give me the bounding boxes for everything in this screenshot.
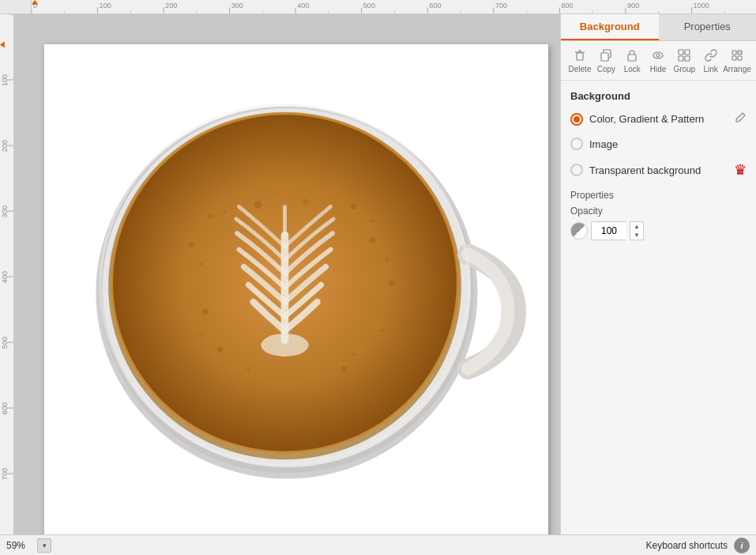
svg-point-59 <box>208 213 213 219</box>
svg-point-62 <box>303 199 308 205</box>
svg-point-73 <box>217 347 223 353</box>
radio-transparent[interactable] <box>570 164 583 176</box>
ruler-top: 0 100 200 300 400 500 600 700 800 900 <box>0 0 756 14</box>
arrange-icon <box>729 47 745 63</box>
svg-point-69 <box>389 280 394 285</box>
svg-text:600: 600 <box>2 402 9 414</box>
svg-point-77 <box>261 334 308 357</box>
svg-text:300: 300 <box>231 2 243 10</box>
right-panel: Background Properties Delete <box>560 14 756 534</box>
svg-point-74 <box>352 353 355 357</box>
svg-point-67 <box>370 237 375 243</box>
opacity-down-button[interactable]: ▼ <box>630 231 643 240</box>
svg-rect-90 <box>685 56 690 61</box>
opacity-up-button[interactable]: ▲ <box>630 222 643 231</box>
canvas-area[interactable] <box>14 14 560 534</box>
svg-rect-84 <box>628 55 636 61</box>
tab-properties[interactable]: Properties <box>659 14 757 40</box>
opacity-icon <box>570 222 588 240</box>
svg-rect-87 <box>679 50 683 55</box>
canvas-page <box>44 44 548 534</box>
toolbar-group-label: Group <box>673 65 695 74</box>
svg-text:100: 100 <box>100 2 111 10</box>
ruler-horizontal: 0 100 200 300 400 500 600 700 800 900 <box>32 0 756 13</box>
svg-point-85 <box>653 52 663 59</box>
main-row: 100 200 300 400 500 600 700 <box>0 14 756 534</box>
svg-point-75 <box>341 366 347 372</box>
opacity-stepper[interactable]: ▲ ▼ <box>630 221 644 240</box>
svg-rect-79 <box>577 53 583 60</box>
svg-text:1000: 1000 <box>694 2 709 10</box>
keyboard-shortcuts-button[interactable]: Keyboard shortcuts <box>643 538 731 553</box>
group-icon <box>676 47 692 63</box>
zoom-value: 59% <box>6 540 34 551</box>
svg-point-66 <box>199 262 203 266</box>
bottom-bar: 59% ▾ Keyboard shortcuts i <box>0 534 756 555</box>
link-icon <box>703 47 719 63</box>
svg-point-86 <box>656 54 660 57</box>
copy-icon <box>598 47 614 63</box>
svg-text:800: 800 <box>561 2 573 10</box>
option-color-gradient[interactable]: Color, Gradient & Pattern <box>570 111 747 126</box>
ruler-vertical: 100 200 300 400 500 600 700 <box>0 14 14 534</box>
svg-rect-88 <box>685 50 690 55</box>
delete-icon <box>572 47 588 63</box>
edit-color-icon[interactable] <box>734 111 747 126</box>
svg-point-72 <box>199 334 203 338</box>
svg-rect-91 <box>732 51 736 55</box>
option-transparent-label: Transparent background <box>589 164 701 176</box>
radio-color-gradient[interactable] <box>570 113 583 126</box>
toolbar-lock[interactable]: Lock <box>620 46 645 75</box>
tab-background[interactable]: Background <box>561 14 659 40</box>
svg-point-60 <box>223 210 227 213</box>
panel-tabs: Background Properties <box>561 14 756 41</box>
svg-text:200: 200 <box>165 2 177 10</box>
svg-rect-94 <box>738 56 742 60</box>
option-image-label: Image <box>589 138 618 150</box>
toolbar-hide[interactable]: Hide <box>646 46 671 75</box>
properties-label: Properties <box>570 190 747 201</box>
zoom-dropdown[interactable]: ▾ <box>37 538 51 553</box>
opacity-input[interactable] <box>591 221 626 240</box>
opacity-row: ▲ ▼ <box>570 221 747 240</box>
svg-text:400: 400 <box>297 2 309 10</box>
option-image[interactable]: Image <box>570 138 747 150</box>
toolbar-arrange[interactable]: Arrange <box>724 46 750 75</box>
toolbar-lock-label: Lock <box>624 65 641 74</box>
svg-rect-92 <box>738 51 742 55</box>
toolbar-link[interactable]: Link <box>698 46 723 75</box>
svg-point-70 <box>380 329 384 333</box>
radio-image[interactable] <box>570 138 583 150</box>
panel-content: Background Color, Gradient & Pattern Ima… <box>561 81 756 534</box>
toolbar-delete-label: Delete <box>569 65 592 74</box>
properties-section: Properties Opacity ▲ ▼ <box>570 190 747 240</box>
background-section-title: Background <box>570 90 747 102</box>
toolbar-arrange-label: Arrange <box>723 65 751 74</box>
info-button[interactable]: i <box>734 538 750 553</box>
toolbar-delete[interactable]: Delete <box>567 46 592 75</box>
ruler-corner <box>0 0 32 13</box>
option-transparent[interactable]: Transparent background ♛ <box>570 161 747 179</box>
svg-rect-83 <box>601 53 608 61</box>
svg-text:900: 900 <box>627 2 639 10</box>
svg-point-71 <box>203 309 209 315</box>
svg-text:600: 600 <box>429 2 441 10</box>
svg-text:400: 400 <box>2 271 9 283</box>
svg-text:500: 500 <box>2 337 9 349</box>
svg-rect-93 <box>732 56 736 60</box>
option-color-label: Color, Gradient & Pattern <box>589 113 704 125</box>
svg-point-64 <box>370 219 374 223</box>
svg-rect-0 <box>32 0 756 13</box>
svg-point-61 <box>254 201 262 209</box>
toolbar-group[interactable]: Group <box>671 46 697 75</box>
toolbar-copy[interactable]: Copy <box>594 46 619 75</box>
toolbar-hide-label: Hide <box>650 65 667 74</box>
premium-icon: ♛ <box>734 161 747 179</box>
svg-text:700: 700 <box>2 468 9 480</box>
toolbar-link-label: Link <box>703 65 717 74</box>
coffee-cup-illustration <box>44 44 548 534</box>
svg-point-65 <box>189 242 194 247</box>
svg-point-68 <box>385 257 389 261</box>
svg-rect-89 <box>679 56 683 61</box>
toolbar-copy-label: Copy <box>597 65 615 74</box>
